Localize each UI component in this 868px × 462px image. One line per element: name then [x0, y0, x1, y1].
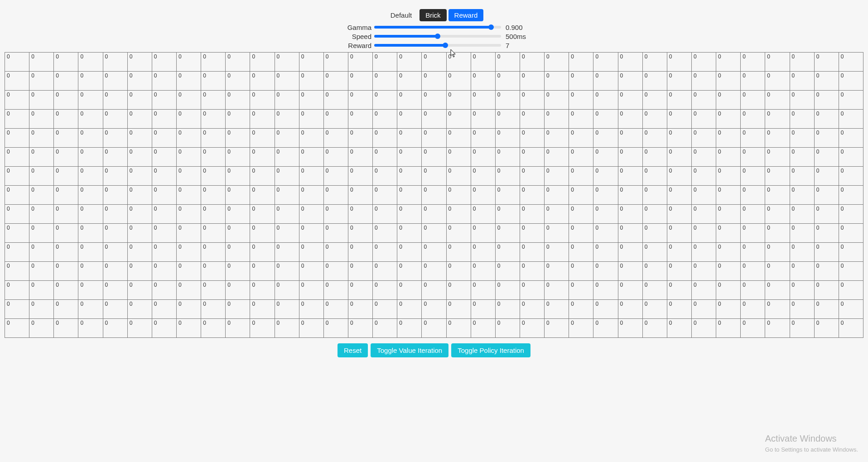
value-grid[interactable]: 0000000000000000000000000000000000000000… — [5, 52, 863, 338]
grid-cell[interactable]: 0 — [78, 205, 103, 224]
grid-cell[interactable]: 0 — [618, 148, 642, 167]
grid-cell[interactable]: 0 — [716, 224, 741, 243]
grid-cell[interactable]: 0 — [373, 243, 397, 262]
grid-cell[interactable]: 0 — [226, 110, 250, 129]
grid-cell[interactable]: 0 — [78, 243, 103, 262]
grid-cell[interactable]: 0 — [569, 224, 593, 243]
grid-cell[interactable]: 0 — [790, 72, 814, 91]
grid-cell[interactable]: 0 — [226, 281, 250, 300]
grid-cell[interactable]: 0 — [250, 91, 275, 110]
grid-cell[interactable]: 0 — [422, 72, 446, 91]
mode-brick-button[interactable]: Brick — [420, 9, 446, 21]
grid-cell[interactable]: 0 — [765, 186, 790, 205]
grid-cell[interactable]: 0 — [226, 319, 250, 338]
grid-cell[interactable]: 0 — [569, 91, 593, 110]
grid-cell[interactable]: 0 — [152, 300, 176, 319]
grid-cell[interactable]: 0 — [839, 72, 863, 91]
grid-cell[interactable]: 0 — [5, 262, 29, 281]
grid-cell[interactable]: 0 — [520, 319, 544, 338]
grid-cell[interactable]: 0 — [373, 319, 397, 338]
grid-cell[interactable]: 0 — [275, 224, 299, 243]
grid-cell[interactable]: 0 — [495, 148, 520, 167]
grid-cell[interactable]: 0 — [716, 91, 741, 110]
grid-cell[interactable]: 0 — [741, 281, 765, 300]
grid-cell[interactable]: 0 — [618, 243, 642, 262]
grid-cell[interactable]: 0 — [545, 300, 569, 319]
grid-cell[interactable]: 0 — [103, 91, 127, 110]
grid-cell[interactable]: 0 — [397, 319, 422, 338]
grid-cell[interactable]: 0 — [716, 319, 741, 338]
grid-cell[interactable]: 0 — [446, 148, 471, 167]
grid-cell[interactable]: 0 — [29, 186, 54, 205]
grid-cell[interactable]: 0 — [103, 186, 127, 205]
grid-cell[interactable]: 0 — [642, 72, 667, 91]
grid-cell[interactable]: 0 — [201, 281, 226, 300]
grid-cell[interactable]: 0 — [765, 91, 790, 110]
speed-slider[interactable] — [374, 35, 501, 38]
grid-cell[interactable]: 0 — [667, 53, 691, 72]
grid-cell[interactable]: 0 — [545, 167, 569, 186]
grid-cell[interactable]: 0 — [127, 224, 152, 243]
grid-cell[interactable]: 0 — [201, 319, 226, 338]
grid-cell[interactable]: 0 — [642, 110, 667, 129]
grid-cell[interactable]: 0 — [54, 319, 78, 338]
grid-cell[interactable]: 0 — [176, 262, 201, 281]
grid-cell[interactable]: 0 — [323, 129, 348, 148]
grid-cell[interactable]: 0 — [323, 91, 348, 110]
grid-cell[interactable]: 0 — [373, 110, 397, 129]
grid-cell[interactable]: 0 — [176, 186, 201, 205]
grid-cell[interactable]: 0 — [176, 281, 201, 300]
grid-cell[interactable]: 0 — [54, 262, 78, 281]
grid-cell[interactable]: 0 — [814, 167, 839, 186]
grid-cell[interactable]: 0 — [741, 186, 765, 205]
grid-cell[interactable]: 0 — [814, 53, 839, 72]
grid-cell[interactable]: 0 — [667, 186, 691, 205]
grid-cell[interactable]: 0 — [495, 281, 520, 300]
grid-cell[interactable]: 0 — [839, 148, 863, 167]
grid-cell[interactable]: 0 — [765, 148, 790, 167]
grid-cell[interactable]: 0 — [814, 72, 839, 91]
grid-cell[interactable]: 0 — [593, 186, 618, 205]
grid-cell[interactable]: 0 — [250, 262, 275, 281]
grid-cell[interactable]: 0 — [814, 243, 839, 262]
grid-cell[interactable]: 0 — [839, 129, 863, 148]
grid-cell[interactable]: 0 — [446, 53, 471, 72]
grid-cell[interactable]: 0 — [691, 53, 716, 72]
grid-cell[interactable]: 0 — [716, 148, 741, 167]
grid-cell[interactable]: 0 — [618, 262, 642, 281]
grid-cell[interactable]: 0 — [250, 224, 275, 243]
grid-cell[interactable]: 0 — [741, 53, 765, 72]
grid-cell[interactable]: 0 — [299, 91, 323, 110]
grid-cell[interactable]: 0 — [642, 224, 667, 243]
grid-cell[interactable]: 0 — [716, 205, 741, 224]
reward-slider[interactable] — [374, 44, 501, 47]
grid-cell[interactable]: 0 — [397, 205, 422, 224]
grid-cell[interactable]: 0 — [250, 186, 275, 205]
grid-cell[interactable]: 0 — [54, 129, 78, 148]
grid-cell[interactable]: 0 — [275, 319, 299, 338]
grid-cell[interactable]: 0 — [569, 205, 593, 224]
grid-cell[interactable]: 0 — [814, 262, 839, 281]
grid-cell[interactable]: 0 — [152, 224, 176, 243]
grid-cell[interactable]: 0 — [642, 205, 667, 224]
grid-cell[interactable]: 0 — [176, 224, 201, 243]
grid-cell[interactable]: 0 — [323, 110, 348, 129]
grid-cell[interactable]: 0 — [275, 167, 299, 186]
grid-cell[interactable]: 0 — [176, 300, 201, 319]
reward-slider-thumb[interactable] — [443, 43, 448, 48]
grid-cell[interactable]: 0 — [127, 262, 152, 281]
grid-cell[interactable]: 0 — [176, 110, 201, 129]
grid-cell[interactable]: 0 — [765, 300, 790, 319]
grid-cell[interactable]: 0 — [176, 72, 201, 91]
grid-cell[interactable]: 0 — [446, 243, 471, 262]
grid-cell[interactable]: 0 — [275, 129, 299, 148]
grid-cell[interactable]: 0 — [397, 224, 422, 243]
grid-cell[interactable]: 0 — [790, 224, 814, 243]
grid-cell[interactable]: 0 — [29, 243, 54, 262]
grid-cell[interactable]: 0 — [127, 53, 152, 72]
grid-cell[interactable]: 0 — [152, 167, 176, 186]
grid-cell[interactable]: 0 — [545, 72, 569, 91]
grid-cell[interactable]: 0 — [790, 148, 814, 167]
grid-cell[interactable]: 0 — [765, 281, 790, 300]
grid-cell[interactable]: 0 — [814, 281, 839, 300]
